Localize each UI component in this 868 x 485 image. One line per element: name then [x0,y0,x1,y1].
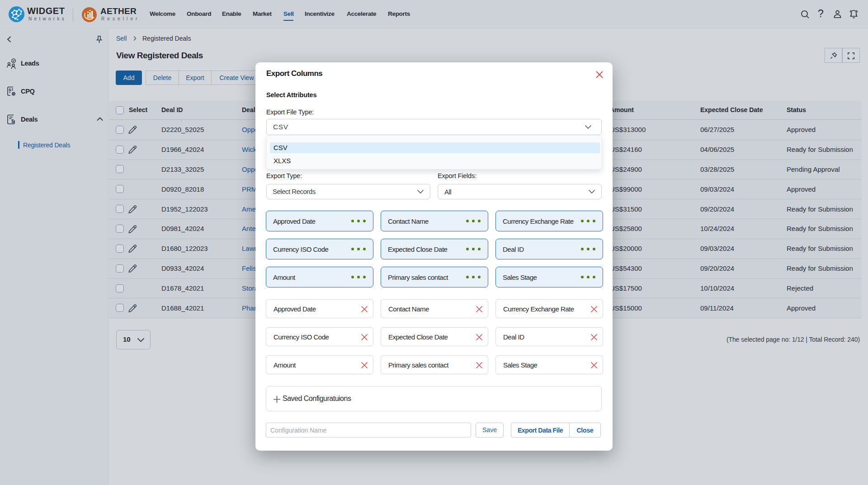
svg-text:$: $ [11,119,14,124]
svg-text:$: $ [9,87,11,92]
